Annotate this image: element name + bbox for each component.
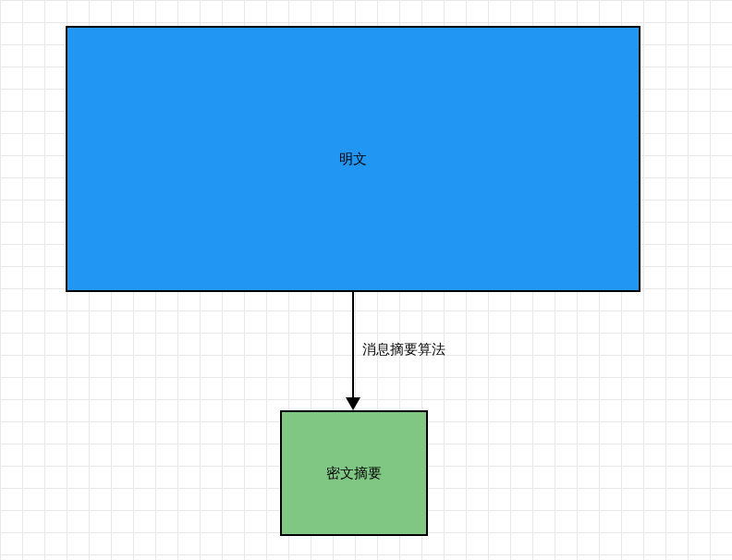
plaintext-box: 明文 xyxy=(66,26,640,292)
plaintext-label: 明文 xyxy=(339,151,367,168)
arrow-label: 消息摘要算法 xyxy=(362,341,445,359)
arrow-head-icon xyxy=(346,397,360,410)
ciphertext-digest-box: 密文摘要 xyxy=(280,410,428,536)
arrow-line xyxy=(352,292,354,401)
ciphertext-digest-label: 密文摘要 xyxy=(326,465,382,482)
